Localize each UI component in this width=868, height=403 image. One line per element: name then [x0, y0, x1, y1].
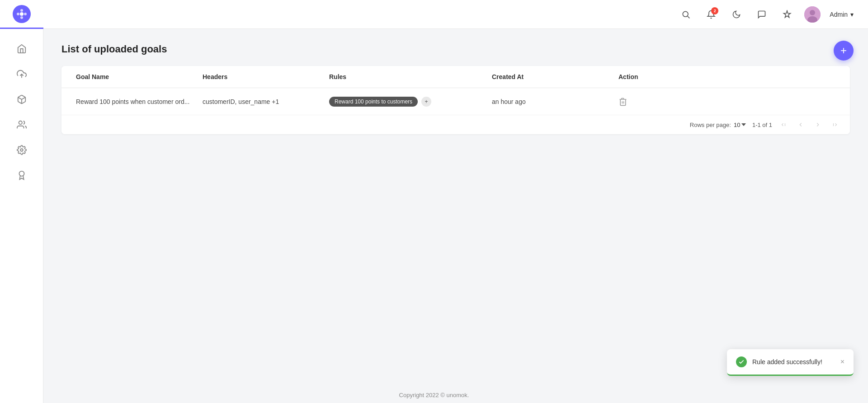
- prev-page-button[interactable]: [795, 121, 807, 129]
- pagination: Rows per page: 10 25 50 1-1 of 1: [61, 115, 850, 134]
- headers-cell: customerID, user_name +1: [197, 92, 324, 112]
- goal-name-cell: Reward 100 points when customer ord...: [71, 92, 197, 112]
- rule-badge[interactable]: Reward 100 points to customers: [329, 97, 418, 107]
- sidebar-item-users[interactable]: [9, 114, 34, 136]
- action-cell: [613, 91, 694, 112]
- table-row: Reward 100 points when customer ord... c…: [61, 88, 850, 115]
- moon-icon: [732, 10, 741, 19]
- sidebar: [0, 29, 43, 403]
- users-icon: [17, 120, 27, 130]
- next-page-button[interactable]: [812, 121, 824, 129]
- page-title: List of uploaded goals: [61, 43, 850, 55]
- add-goal-fab[interactable]: +: [834, 41, 854, 61]
- page-info: 1-1 of 1: [752, 122, 772, 128]
- chat-icon: [757, 10, 766, 19]
- svg-point-2: [24, 13, 27, 15]
- chevron-down-icon: ▾: [850, 11, 854, 18]
- svg-point-8: [810, 10, 815, 15]
- check-icon: [738, 359, 745, 365]
- rules-content: Reward 100 points to customers +: [329, 97, 481, 107]
- notification-badge: 2: [711, 7, 718, 14]
- award-icon: [17, 170, 27, 180]
- main-content: List of uploaded goals Goal Name Headers…: [43, 29, 868, 403]
- goals-table: Goal Name Headers Rules Created At Actio…: [61, 66, 850, 134]
- sparkle-icon: [783, 10, 792, 19]
- last-page-button[interactable]: [829, 121, 841, 129]
- upload-icon: [17, 69, 27, 79]
- svg-point-5: [683, 11, 689, 17]
- rule-badge-plus-btn[interactable]: +: [421, 97, 431, 107]
- footer: Copyright 2022 © unomok.: [0, 387, 868, 403]
- toast-close-button[interactable]: ×: [840, 358, 844, 366]
- col-goal-name: Goal Name: [71, 66, 197, 88]
- svg-line-6: [688, 16, 690, 18]
- svg-point-1: [17, 13, 19, 15]
- table-header-row: Goal Name Headers Rules Created At Actio…: [61, 66, 850, 88]
- rows-per-page: Rows per page: 10 25 50: [690, 122, 747, 128]
- topbar-icons: 2 Admin: [678, 6, 854, 23]
- next-page-icon: [815, 122, 821, 128]
- svg-point-4: [20, 16, 23, 19]
- svg-point-12: [19, 121, 22, 124]
- notification-button[interactable]: 2: [703, 6, 719, 23]
- search-button[interactable]: [678, 6, 694, 23]
- delete-button[interactable]: [618, 97, 627, 106]
- col-headers: Headers: [197, 66, 324, 88]
- first-page-icon: [780, 122, 787, 128]
- logo-area[interactable]: [0, 0, 43, 29]
- created-at-cell: an hour ago: [486, 92, 613, 112]
- prev-page-icon: [797, 122, 804, 128]
- avatar-image: [804, 6, 821, 23]
- sidebar-item-packages[interactable]: [9, 89, 34, 110]
- rule-badge-text: Reward 100 points to customers: [335, 98, 412, 105]
- settings-icon: [17, 145, 27, 155]
- col-rules: Rules: [324, 66, 486, 88]
- box-icon: [17, 94, 27, 104]
- svg-point-14: [19, 171, 24, 176]
- avatar[interactable]: [804, 6, 821, 23]
- toast-success-icon: [736, 356, 747, 367]
- rows-per-page-select[interactable]: 10 25 50: [734, 122, 747, 128]
- avatar-svg: [804, 6, 821, 23]
- dark-mode-button[interactable]: [728, 6, 745, 23]
- col-created-at: Created At: [486, 66, 613, 88]
- chat-button[interactable]: [754, 6, 770, 23]
- rules-cell: Reward 100 points to customers +: [324, 90, 486, 113]
- footer-text: Copyright 2022 © unomok.: [399, 392, 469, 398]
- headers-value: customerID, user_name +1: [203, 98, 279, 105]
- svg-point-13: [20, 149, 23, 151]
- sidebar-item-home[interactable]: [9, 38, 34, 60]
- svg-point-3: [20, 9, 23, 12]
- first-page-button[interactable]: [778, 121, 789, 129]
- col-action: Action: [613, 66, 694, 88]
- sidebar-item-settings[interactable]: [9, 139, 34, 161]
- topbar: 2 Admin: [0, 0, 868, 29]
- delete-icon: [618, 97, 627, 106]
- admin-menu[interactable]: Admin ▾: [830, 11, 854, 18]
- rows-per-page-label: Rows per page:: [690, 122, 731, 128]
- home-icon: [17, 44, 27, 54]
- last-page-icon: [832, 122, 838, 128]
- toast-message: Rule added successfully!: [752, 358, 835, 366]
- sparkle-button[interactable]: [779, 6, 795, 23]
- logo-icon: [13, 5, 31, 23]
- svg-point-0: [20, 12, 24, 16]
- sidebar-item-upload[interactable]: [9, 63, 34, 85]
- admin-name: Admin: [830, 11, 848, 18]
- sidebar-item-rewards[interactable]: [9, 164, 34, 186]
- search-icon: [681, 10, 690, 19]
- toast-notification: Rule added successfully! ×: [727, 349, 854, 376]
